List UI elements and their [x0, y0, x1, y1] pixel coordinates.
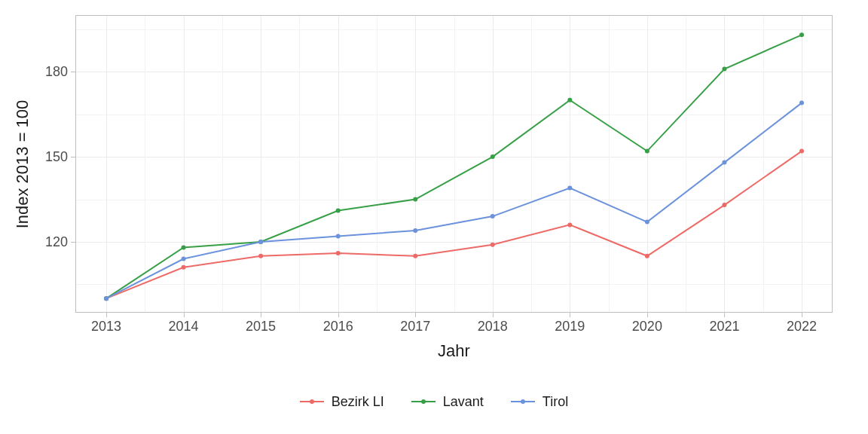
data-point: [567, 98, 572, 102]
data-point: [567, 185, 572, 190]
x-tick-label: 2017: [400, 319, 430, 335]
legend-label: Tirol: [542, 394, 568, 410]
x-tick-label: 2014: [169, 319, 199, 335]
data-point: [645, 254, 649, 258]
x-tick-label: 2013: [91, 319, 121, 335]
data-point: [491, 154, 495, 159]
data-point: [336, 209, 341, 213]
plot-panel: Index 2013 = 100 Jahr 120150180201320142…: [75, 15, 833, 313]
y-tick-label: 150: [45, 149, 68, 165]
data-point: [182, 257, 186, 261]
data-point: [491, 243, 495, 247]
x-tick-label: 2022: [787, 319, 817, 335]
legend-item: Bezirk LI: [300, 394, 384, 410]
data-point: [491, 214, 495, 219]
x-tick-label: 2019: [555, 319, 585, 335]
legend-key-icon: [411, 401, 436, 402]
x-tick-label: 2020: [632, 319, 662, 335]
data-point: [645, 149, 649, 154]
legend-label: Lavant: [443, 394, 484, 410]
data-point: [567, 222, 572, 227]
data-point: [104, 296, 108, 301]
series-line: [106, 35, 802, 298]
legend-item: Tirol: [511, 394, 568, 410]
x-tick-label: 2015: [246, 319, 276, 335]
y-tick-label: 120: [45, 234, 68, 249]
legend-key-icon: [511, 401, 535, 402]
data-point: [413, 228, 417, 233]
data-point: [722, 66, 726, 71]
y-axis-title: Index 2013 = 100: [13, 99, 32, 228]
series-line: [106, 151, 802, 299]
data-point: [258, 254, 263, 258]
series-line: [106, 103, 802, 299]
data-point: [336, 251, 341, 255]
data-point: [645, 220, 649, 225]
data-point: [182, 245, 186, 249]
data-point: [722, 203, 726, 207]
data-point: [336, 234, 341, 238]
x-axis-title: Jahr: [438, 341, 470, 361]
data-point: [413, 254, 417, 258]
legend: Bezirk LILavantTirol: [0, 392, 868, 410]
line-layer: [75, 15, 833, 313]
legend-item: Lavant: [411, 394, 484, 410]
data-point: [799, 149, 804, 154]
x-tick-label: 2016: [323, 319, 353, 335]
legend-key-icon: [300, 401, 324, 402]
data-point: [799, 101, 804, 105]
legend-label: Bezirk LI: [332, 394, 384, 410]
y-tick-label: 180: [45, 64, 68, 80]
data-point: [413, 197, 417, 202]
data-point: [799, 32, 804, 37]
x-tick-label: 2018: [478, 319, 508, 335]
data-point: [182, 265, 186, 270]
data-point: [258, 240, 263, 244]
data-point: [722, 160, 726, 165]
chart-container: Index 2013 = 100 Jahr 120150180201320142…: [0, 0, 868, 434]
x-tick-label: 2021: [709, 319, 739, 335]
